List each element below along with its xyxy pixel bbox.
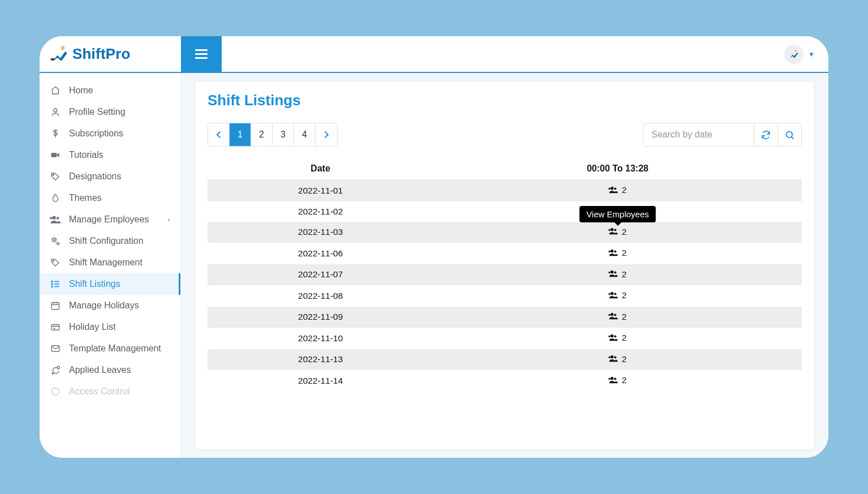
employee-count[interactable]: 2 [608, 290, 627, 300]
table-row: 2022-11-092 [208, 307, 802, 328]
pagination-page-4[interactable]: 4 [294, 123, 316, 146]
sidebar: HomeProfile SettingSubscriptionsTutorial… [40, 73, 181, 458]
sidebar-item-label: Designations [69, 171, 122, 182]
cell-date: 2022-11-14 [208, 370, 433, 392]
employee-count-number: 2 [621, 375, 627, 385]
svg-point-25 [608, 187, 610, 189]
sidebar-item-shift-configuration[interactable]: Shift Configuration [40, 230, 180, 252]
svg-point-31 [608, 250, 610, 252]
sidebar-item-shift-listings[interactable]: Shift Listings [40, 273, 180, 295]
dollar-icon [50, 128, 61, 139]
svg-point-10 [57, 217, 59, 220]
sidebar-item-holiday-list[interactable]: Holiday List [40, 316, 180, 338]
refresh-icon [761, 130, 771, 140]
hamburger-button[interactable] [181, 36, 222, 72]
svg-point-5 [795, 49, 797, 51]
sidebar-item-label: Access Control [69, 386, 130, 397]
shift-table: Date 00:00 To 13:28 2022-11-0122022-11-0… [208, 158, 802, 392]
sidebar-item-home[interactable]: Home [40, 80, 180, 101]
table-row: 2022-11-102 [208, 328, 802, 349]
users-icon [608, 186, 618, 195]
pagination-page-2[interactable]: 2 [251, 123, 273, 146]
employee-count[interactable]: 2 [608, 312, 627, 322]
content-card: Shift Listings 1234 [195, 81, 815, 450]
user-avatar[interactable] [784, 45, 804, 64]
cell-date: 2022-11-06 [208, 243, 433, 264]
svg-point-21 [57, 366, 60, 369]
svg-point-23 [611, 186, 614, 189]
sidebar-item-label: Themes [69, 193, 102, 203]
svg-point-45 [614, 356, 616, 358]
sidebar-item-applied-leaves[interactable]: Applied Leaves [40, 359, 180, 381]
sidebar-item-subscriptions[interactable]: Subscriptions [40, 123, 180, 144]
sidebar-item-access-control[interactable]: Access Control [40, 381, 180, 402]
topbar-right: ▼ [222, 36, 828, 72]
svg-rect-3 [195, 53, 208, 55]
pagination-next[interactable] [316, 123, 337, 146]
svg-point-46 [608, 356, 610, 358]
svg-point-29 [611, 249, 614, 252]
cell-shift: 2 [433, 370, 802, 392]
sidebar-item-label: Tutorials [69, 150, 103, 160]
svg-point-6 [54, 109, 57, 112]
user-menu-caret-icon[interactable]: ▼ [808, 50, 815, 58]
sidebar-item-label: Shift Configuration [69, 236, 144, 246]
cell-date: 2022-11-02 [208, 201, 433, 222]
table-row: 2022-11-02 [208, 201, 802, 222]
hamburger-icon [195, 49, 208, 60]
cell-date: 2022-11-09 [208, 307, 433, 328]
users-icon [608, 269, 618, 279]
pagination-prev[interactable] [208, 123, 230, 146]
svg-point-28 [608, 229, 610, 231]
employee-count[interactable]: 2 [608, 248, 627, 258]
sidebar-item-manage-holidays[interactable]: Manage Holidays [40, 295, 180, 316]
table-header-shift: 00:00 To 13:28 [433, 158, 802, 180]
employee-count-number: 2 [621, 290, 627, 300]
employee-count[interactable]: 2View Employees [608, 227, 627, 237]
employee-count[interactable]: 2 [608, 333, 627, 343]
pagination-page-3[interactable]: 3 [273, 123, 294, 146]
sidebar-item-profile-setting[interactable]: Profile Setting [40, 101, 180, 123]
sidebar-item-shift-management[interactable]: Shift Management [40, 252, 180, 273]
sidebar-item-tutorials[interactable]: Tutorials [40, 144, 180, 166]
svg-point-38 [611, 313, 614, 316]
controls-row: 1234 [208, 123, 802, 147]
pagination-page-1[interactable]: 1 [230, 123, 251, 146]
employee-count[interactable]: 2 [608, 269, 627, 280]
sidebar-item-label: Home [69, 85, 93, 96]
cogs-icon [50, 236, 61, 246]
video-icon [50, 150, 61, 160]
sidebar-item-label: Profile Setting [69, 107, 126, 117]
page-title: Shift Listings [208, 92, 802, 109]
users-icon [50, 214, 61, 225]
sidebar-item-manage-employees[interactable]: Manage Employees‹ [40, 209, 180, 230]
cell-shift: 2 [433, 243, 802, 264]
table-row: 2022-11-062 [208, 243, 802, 264]
table-row: 2022-11-132 [208, 349, 802, 371]
cell-shift: 2 [433, 264, 802, 286]
svg-rect-1 [51, 58, 55, 60]
topbar: ShiftPro ▼ [40, 36, 828, 73]
cell-shift: 2 [433, 328, 802, 349]
search-button[interactable] [778, 123, 801, 146]
logo[interactable]: ShiftPro [40, 36, 181, 72]
employee-count[interactable]: 2 [608, 375, 627, 385]
card-icon [50, 322, 61, 332]
employee-count-number: 2 [621, 354, 627, 364]
sidebar-item-themes[interactable]: Themes [40, 187, 180, 209]
users-icon [608, 354, 618, 364]
sidebar-item-template-management[interactable]: Template Management [40, 338, 180, 359]
mail-icon [50, 343, 61, 354]
employee-count[interactable]: 2 [608, 354, 627, 364]
search-input[interactable] [644, 123, 754, 146]
svg-point-15 [51, 281, 53, 282]
cell-date: 2022-11-03 [208, 222, 433, 243]
cell-shift: 2 [433, 285, 802, 307]
svg-point-17 [51, 286, 53, 287]
svg-point-42 [614, 335, 616, 337]
refresh-button[interactable] [754, 123, 778, 146]
sidebar-item-designations[interactable]: Designations [40, 166, 180, 187]
employee-count[interactable]: 2 [608, 185, 627, 195]
main-content: Shift Listings 1234 [181, 73, 828, 458]
employee-count-number: 2 [621, 312, 627, 322]
